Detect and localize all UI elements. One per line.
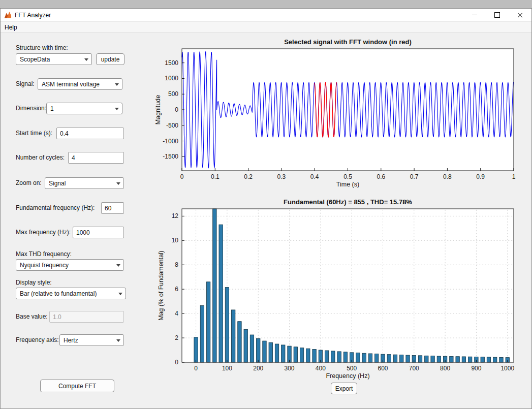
close-button[interactable] (509, 9, 531, 21)
fundamental-frequency-label: Fundamental frequency (Hz): (16, 204, 95, 211)
x-tick-label: 500 (347, 365, 357, 372)
max-thd-frequency-dropdown[interactable]: Nyquist frequency (16, 259, 124, 271)
fft-bar (499, 357, 503, 362)
max-thd-frequency-dropdown-value: Nyquist frequency (20, 262, 69, 269)
fft-bar (400, 355, 403, 362)
x-tick-label: 0.3 (277, 173, 286, 180)
start-time-input[interactable] (56, 128, 124, 139)
chevron-down-icon (116, 182, 120, 185)
x-tick-label: 600 (378, 365, 388, 372)
base-value-label: Base value: (16, 313, 48, 320)
fft-bar (425, 356, 428, 362)
fft-bar (325, 351, 328, 362)
menu-bar: Help (1, 22, 531, 33)
y-tick-label: 12 (172, 212, 179, 219)
chevron-down-icon (116, 264, 120, 267)
fft-bar (481, 357, 484, 362)
fft-bar (213, 209, 216, 362)
fft-bar (275, 344, 278, 362)
signal-label: Signal: (16, 80, 35, 87)
zoom-on-label: Zoom on: (16, 179, 42, 186)
x-axis-label: Frequency (Hz) (326, 372, 369, 380)
fft-bar (393, 355, 397, 362)
y-axis-label: Mag (% of Fundamental) (158, 250, 165, 321)
display-style-dropdown[interactable]: Bar (relative to fundamental) (16, 288, 126, 299)
compute-fft-button[interactable]: Compute FFT (40, 380, 114, 392)
y-tick-label: 500 (168, 90, 178, 98)
fft-bar (231, 310, 235, 362)
chevron-down-icon (84, 58, 88, 61)
structure-dropdown[interactable]: ScopeData (16, 53, 92, 65)
zoom-on-dropdown-value: Signal (49, 180, 66, 187)
fft-bar (375, 354, 379, 362)
y-tick-label: 0 (175, 106, 178, 113)
x-tick-label: 0.2 (244, 173, 253, 180)
export-button[interactable]: Export (331, 383, 357, 394)
dimension-dropdown-value: 1 (50, 105, 54, 112)
fft-bar (244, 329, 247, 362)
x-tick-label: 1 (512, 173, 516, 180)
y-tick-label: 1500 (165, 59, 178, 67)
structure-dropdown-value: ScopeData (20, 56, 50, 63)
fft-bar (312, 350, 316, 362)
y-tick-label: -500 (166, 122, 178, 129)
chevron-down-icon (118, 293, 122, 295)
x-tick-label: 700 (409, 365, 419, 372)
fft-bar (437, 356, 441, 362)
x-tick-label: 0.4 (310, 173, 319, 180)
y-tick-label: -1500 (163, 153, 178, 160)
x-tick-label: 0.6 (377, 173, 385, 180)
fundamental-frequency-input[interactable] (101, 202, 124, 214)
signal-dropdown[interactable]: ASM terminal voltage (38, 78, 122, 90)
window-controls (463, 9, 531, 21)
fft-bar (362, 353, 366, 362)
maximize-icon (494, 12, 500, 18)
fft-bar (418, 356, 422, 362)
x-tick-label: 0 (194, 365, 198, 372)
x-tick-label: 900 (471, 365, 481, 372)
frequency-axis-label: Frequency axis: (16, 336, 59, 343)
x-tick-label: 0.5 (343, 173, 352, 180)
close-icon (517, 12, 523, 18)
x-tick-label: 0.8 (443, 173, 452, 180)
x-tick-label: 100 (222, 365, 232, 372)
fft-bar (194, 337, 198, 362)
max-frequency-input[interactable] (73, 227, 124, 238)
display-style-dropdown-value: Bar (relative to fundamental) (20, 290, 97, 297)
x-tick-label: 800 (440, 365, 450, 372)
x-axis-label: Time (s) (336, 181, 359, 188)
fft-bar (387, 355, 391, 362)
matlab-icon (4, 11, 12, 19)
minimize-button[interactable] (463, 9, 486, 21)
fft-bar (462, 357, 465, 362)
y-tick-label: 4 (175, 310, 178, 317)
fft-bar (263, 341, 266, 362)
max-thd-frequency-label: Max THD frequency: (16, 250, 72, 258)
number-of-cycles-input[interactable] (68, 152, 124, 164)
update-button[interactable]: update (96, 53, 124, 65)
maximize-button[interactable] (486, 9, 509, 21)
dimension-dropdown[interactable]: 1 (46, 103, 122, 114)
fft-bar (238, 322, 241, 362)
x-tick-label: 300 (285, 365, 295, 372)
base-value-input (49, 311, 124, 323)
fft-bar (281, 345, 285, 362)
y-tick-label: 2 (175, 334, 178, 341)
fft-bar (200, 306, 204, 362)
content-area: Structure with time: ScopeData update Si… (1, 33, 531, 408)
x-tick-label: 1000 (500, 365, 514, 372)
fft-bar (356, 353, 360, 362)
x-tick-label: 0.1 (211, 173, 220, 180)
fft-bar (269, 342, 272, 362)
fft-bar (456, 357, 459, 362)
chart-title: Fundamental (60Hz) = 855 , THD= 15.78% (284, 198, 412, 206)
frequency-axis-dropdown-value: Hertz (64, 337, 78, 344)
chevron-down-icon (115, 83, 119, 86)
window-title: FFT Analyzer (15, 12, 51, 19)
plot-background (182, 49, 514, 171)
y-tick-label: -1000 (163, 138, 178, 145)
y-tick-label: 6 (175, 286, 178, 293)
menu-item-help[interactable]: Help (1, 24, 21, 31)
zoom-on-dropdown[interactable]: Signal (45, 177, 124, 189)
frequency-axis-dropdown[interactable]: Hertz (59, 334, 124, 346)
